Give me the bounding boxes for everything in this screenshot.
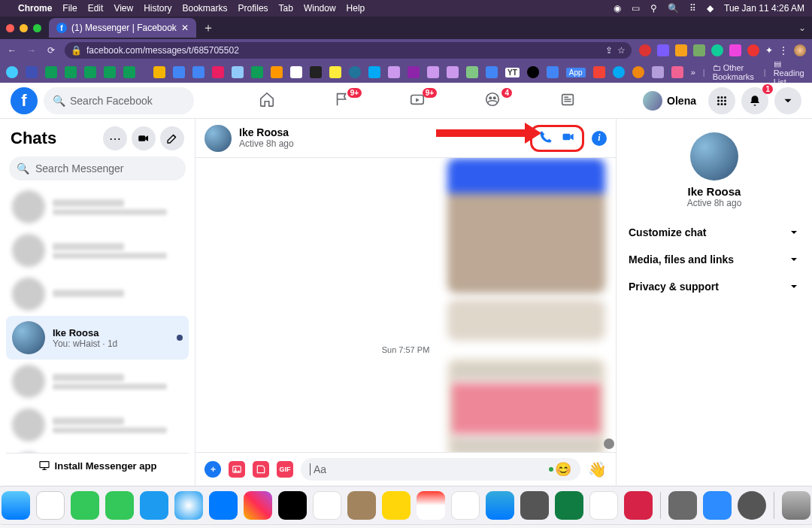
dock-messages-icon[interactable] bbox=[71, 491, 99, 520]
new-message-button[interactable] bbox=[160, 126, 184, 150]
menubar-file[interactable]: File bbox=[62, 3, 77, 14]
bookmark-icon[interactable] bbox=[447, 66, 459, 78]
chat-item[interactable] bbox=[6, 185, 189, 229]
bookmark-icon[interactable] bbox=[547, 66, 559, 78]
menubar-search-icon[interactable]: 🔍 bbox=[668, 3, 679, 14]
bookmark-icon[interactable] bbox=[251, 66, 263, 78]
tab-overflow-icon[interactable]: ⌄ bbox=[798, 23, 806, 33]
details-name[interactable]: Ike Roosa bbox=[624, 185, 804, 198]
bookmark-icon[interactable] bbox=[408, 66, 420, 78]
composer-input[interactable]: Aa 😊 bbox=[301, 458, 580, 481]
avatar[interactable] bbox=[690, 132, 738, 181]
composer-gif-button[interactable]: GIF bbox=[277, 461, 293, 478]
facebook-logo[interactable]: f bbox=[11, 87, 38, 114]
chrome-more-icon[interactable]: ⋮ bbox=[779, 45, 788, 56]
other-bookmarks-folder[interactable]: 🗀 Other Bookmarks bbox=[713, 63, 756, 81]
bookmark-icon[interactable] bbox=[232, 66, 244, 78]
bookmark-icon[interactable] bbox=[427, 66, 439, 78]
account-menu-button[interactable] bbox=[774, 87, 801, 114]
bookmarks-overflow-icon[interactable]: » bbox=[691, 68, 695, 77]
message-attachment[interactable] bbox=[447, 299, 605, 341]
extension-icon[interactable] bbox=[729, 44, 741, 56]
bookmark-icon[interactable] bbox=[613, 66, 625, 78]
nav-news-button[interactable] bbox=[553, 91, 583, 111]
dock-appstore2-icon[interactable] bbox=[486, 491, 514, 520]
bookmark-icon[interactable] bbox=[26, 66, 38, 78]
nav-groups-button[interactable]: 4 bbox=[477, 91, 508, 111]
dock-settings-icon[interactable] bbox=[520, 491, 549, 520]
dock-mail-icon[interactable] bbox=[140, 491, 168, 520]
dock-zoom-icon[interactable] bbox=[703, 491, 732, 520]
bookmark-icon[interactable] bbox=[84, 66, 96, 78]
menubar-wifi-icon[interactable]: ⚲ bbox=[650, 3, 657, 14]
conversation-name[interactable]: Ike Roosa bbox=[239, 127, 294, 138]
menubar-app-name[interactable]: Chrome bbox=[18, 3, 52, 14]
nav-pages-button[interactable]: 9+ bbox=[327, 91, 357, 111]
menubar-clock[interactable]: Tue Jan 11 4:26 AM bbox=[724, 3, 804, 14]
dock-facetime-icon[interactable] bbox=[105, 491, 134, 520]
star-bookmark-icon[interactable]: ☆ bbox=[617, 45, 626, 56]
chrome-profile-avatar[interactable] bbox=[794, 44, 806, 56]
dock-calendar-icon[interactable] bbox=[313, 491, 341, 520]
bookmark-icon[interactable] bbox=[632, 66, 644, 78]
menubar-view[interactable]: View bbox=[114, 3, 133, 14]
bookmark-icon[interactable] bbox=[212, 66, 224, 78]
browser-tab[interactable]: f (1) Messenger | Facebook ✕ bbox=[49, 18, 196, 38]
message-attachment[interactable] bbox=[447, 158, 605, 293]
dock-chrome-icon[interactable] bbox=[589, 491, 618, 520]
new-tab-button[interactable]: ＋ bbox=[202, 20, 214, 36]
bookmark-icon[interactable] bbox=[593, 66, 605, 78]
dock-tv-icon[interactable] bbox=[278, 491, 307, 520]
extension-icon[interactable] bbox=[747, 44, 759, 56]
bookmark-icon[interactable] bbox=[388, 66, 400, 78]
details-media-files-links[interactable]: Media, files and links bbox=[624, 246, 804, 273]
bookmark-icon[interactable] bbox=[310, 66, 322, 78]
avatar[interactable] bbox=[205, 125, 232, 152]
composer-emoji-button[interactable]: 😊 bbox=[555, 461, 571, 478]
menubar-profiles[interactable]: Profiles bbox=[238, 3, 268, 14]
apps-menu-button[interactable] bbox=[708, 87, 735, 114]
menubar-window[interactable]: Window bbox=[304, 3, 336, 14]
install-messenger-button[interactable]: Install Messenger app bbox=[6, 453, 189, 478]
dock-appstore-icon[interactable] bbox=[209, 491, 238, 520]
bookmark-icon[interactable] bbox=[368, 66, 380, 78]
extension-icon[interactable] bbox=[693, 44, 705, 56]
nav-reload-button[interactable]: ⟳ bbox=[45, 45, 57, 56]
facebook-search[interactable]: 🔍 Search Facebook bbox=[44, 87, 194, 114]
menubar-tab[interactable]: Tab bbox=[279, 3, 293, 14]
voice-call-button[interactable] bbox=[538, 129, 553, 147]
menubar-battery-icon[interactable]: ▭ bbox=[632, 3, 640, 14]
bookmark-icon[interactable] bbox=[527, 66, 539, 78]
dock-slack-icon[interactable] bbox=[451, 491, 480, 520]
nav-back-button[interactable]: ← bbox=[6, 45, 18, 56]
bookmark-icon[interactable] bbox=[652, 66, 664, 78]
dock-contacts-icon[interactable] bbox=[347, 491, 376, 520]
dock-excel-icon[interactable] bbox=[555, 491, 583, 520]
menubar-control-center-icon[interactable]: ⠿ bbox=[689, 3, 696, 14]
menubar-history[interactable]: History bbox=[144, 3, 171, 14]
dock-music-icon[interactable] bbox=[417, 491, 445, 520]
bookmark-icon[interactable] bbox=[271, 66, 283, 78]
message-attachment[interactable] bbox=[447, 359, 605, 452]
menubar-edit[interactable]: Edit bbox=[88, 3, 104, 14]
menubar-help[interactable]: Help bbox=[347, 3, 365, 14]
bookmark-icon[interactable] bbox=[192, 66, 205, 78]
chat-item[interactable] bbox=[6, 229, 189, 272]
dock-trash-icon[interactable] bbox=[782, 491, 810, 520]
dock-notes-icon[interactable] bbox=[382, 491, 411, 520]
tab-close-icon[interactable]: ✕ bbox=[181, 23, 189, 33]
dock-launchpad-icon[interactable] bbox=[36, 491, 65, 520]
bookmark-icon[interactable] bbox=[45, 66, 57, 78]
conversation-messages[interactable]: Sun 7:57 PM bbox=[195, 158, 616, 452]
extensions-menu-icon[interactable]: ✦ bbox=[765, 45, 773, 56]
chat-item[interactable] bbox=[6, 403, 189, 447]
bookmark-icon[interactable] bbox=[173, 66, 185, 78]
bookmark-yt[interactable]: YT bbox=[505, 68, 520, 77]
bookmark-icon[interactable] bbox=[104, 66, 116, 78]
window-minimize-button[interactable] bbox=[20, 24, 28, 32]
conversation-info-button[interactable]: i bbox=[592, 131, 607, 146]
dock-photos-icon[interactable] bbox=[244, 491, 272, 520]
site-lock-icon[interactable]: 🔒 bbox=[71, 45, 82, 56]
menubar-record-icon[interactable]: ◉ bbox=[614, 3, 621, 14]
bookmark-icon[interactable] bbox=[65, 66, 77, 78]
